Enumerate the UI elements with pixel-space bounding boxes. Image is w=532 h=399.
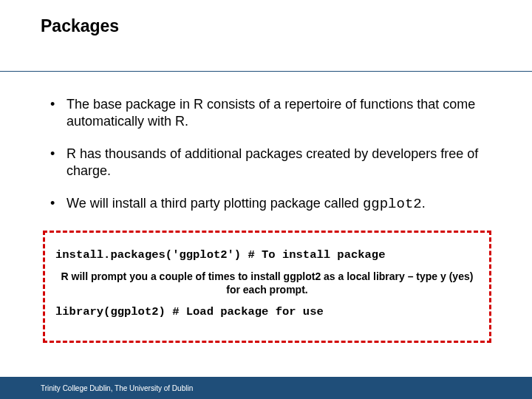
bullet-list: The base package in R consists of a repe…	[46, 96, 489, 214]
bullet-item: We will install a third party plotting p…	[46, 195, 489, 214]
bullet-text-suffix: .	[422, 196, 426, 211]
code-callout-box: install.packages('ggplot2') # To install…	[43, 231, 491, 343]
footer-bar: Trinity College Dublin, The University o…	[0, 377, 532, 399]
prompt-note: R will prompt you a couple of times to i…	[55, 270, 479, 296]
slide-title: Packages	[41, 16, 119, 36]
code-ggplot2: ggplot2	[363, 196, 422, 212]
code-install-line: install.packages('ggplot2') # To install…	[55, 248, 479, 262]
code-library-line: library(ggplot2) # Load package for use	[55, 305, 479, 318]
bullet-item: R has thousands of additional packages c…	[46, 146, 489, 179]
title-rule	[0, 71, 532, 72]
bullet-text: R has thousands of additional packages c…	[66, 146, 478, 178]
bullet-item: The base package in R consists of a repe…	[46, 96, 489, 129]
footer-text: Trinity College Dublin, The University o…	[41, 384, 193, 392]
content-area: The base package in R consists of a repe…	[46, 96, 489, 230]
slide: Packages The base package in R consists …	[0, 0, 532, 399]
bullet-text: We will install a third party plotting p…	[66, 196, 363, 211]
bullet-text: The base package in R consists of a repe…	[66, 97, 475, 129]
